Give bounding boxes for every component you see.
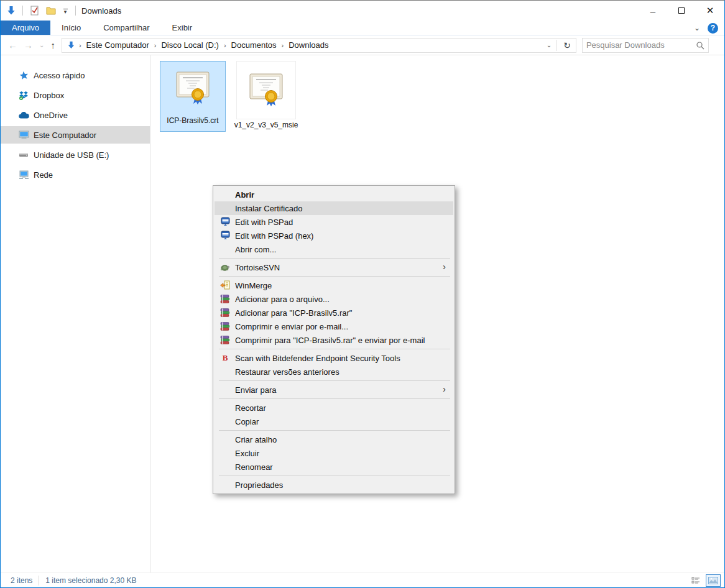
pspad-icon <box>220 217 230 227</box>
breadcrumb-separator-icon: › <box>223 42 228 49</box>
breadcrumb-item[interactable]: Este Computador <box>83 40 153 50</box>
menu-item-winmerge[interactable]: WinMerge <box>215 278 453 292</box>
winmerge-icon <box>220 280 230 290</box>
refresh-icon[interactable]: ↻ <box>560 40 575 50</box>
dropbox-icon <box>17 90 30 100</box>
menu-item-label: Adicionar para o arquivo... <box>235 295 330 304</box>
menu-item-adicionar-para-icp-brasilv5-rar[interactable]: Adicionar para "ICP-Brasilv5.rar" <box>215 306 453 319</box>
maximize-icon <box>678 7 685 14</box>
menu-item-label: Adicionar para "ICP-Brasilv5.rar" <box>235 308 352 318</box>
menu-item-label: Abrir com... <box>235 245 276 254</box>
menu-item-enviar-para[interactable]: Enviar para› <box>215 383 453 397</box>
navigation-pane: Acesso rápidoDropboxOneDriveEste Computa… <box>1 55 150 572</box>
menu-item-label: Renomear <box>235 462 273 472</box>
maximize-button[interactable] <box>667 1 696 21</box>
menu-item-label: Scan with Bitdefender Endpoint Security … <box>235 354 400 363</box>
winrar-icon <box>220 294 230 304</box>
sidebar-item-este-computador[interactable]: Este Computador <box>1 126 150 144</box>
usb-drive-icon <box>17 150 30 160</box>
close-button[interactable]: ✕ <box>696 1 724 21</box>
menu-separator <box>219 349 450 349</box>
menu-item-abrir[interactable]: Abrir <box>215 188 453 201</box>
back-button[interactable]: ← <box>8 40 17 50</box>
sidebar-item-onedrive[interactable]: OneDrive <box>1 106 150 124</box>
recent-locations-dropdown[interactable]: ⌄ <box>39 42 44 48</box>
breadcrumb-item[interactable]: Documentos <box>228 40 280 50</box>
menu-item-criar-atalho[interactable]: Criar atalho <box>215 433 453 446</box>
address-dropdown-icon[interactable]: ⌄ <box>544 42 554 48</box>
sidebar-item-label: OneDrive <box>34 111 68 120</box>
sidebar-item-label: Unidade de USB (E:) <box>34 150 109 160</box>
network-icon <box>17 170 30 180</box>
search-box[interactable] <box>582 38 709 53</box>
sidebar-item-unidade-de-usb-e-[interactable]: Unidade de USB (E:) <box>1 146 150 163</box>
large-icons-view-button[interactable] <box>706 574 721 587</box>
menu-item-copiar[interactable]: Copiar <box>215 415 453 428</box>
sidebar-item-label: Acesso rápido <box>34 71 85 80</box>
customize-toolbar-dropdown[interactable]: ▾ <box>61 9 70 13</box>
menu-separator <box>219 258 450 259</box>
pspad-icon <box>220 231 230 241</box>
new-folder-button[interactable] <box>45 4 57 17</box>
menu-item-label: Enviar para <box>235 385 276 395</box>
menu-separator <box>219 380 450 381</box>
sidebar-item-rede[interactable]: Rede <box>1 166 150 183</box>
properties-button[interactable] <box>29 4 41 17</box>
sidebar-item-dropbox[interactable]: Dropbox <box>1 86 150 104</box>
menu-item-renomear[interactable]: Renomear <box>215 460 453 474</box>
menu-item-edit-with-pspad-hex[interactable]: Edit with PSPad (hex) <box>215 229 453 242</box>
file-item[interactable]: v1_v2_v3_v5_msie <box>233 61 299 132</box>
collapse-ribbon-icon[interactable]: ⌄ <box>694 24 700 32</box>
breadcrumb-item[interactable]: Disco Local (D:) <box>157 40 222 50</box>
address-bar[interactable]: ›Este Computador›Disco Local (D:)›Docume… <box>62 38 576 53</box>
certificate-file-icon <box>160 62 225 115</box>
window-controls: – ✕ <box>639 1 724 21</box>
onedrive-cloud-icon <box>17 110 30 120</box>
sidebar-item-label: Este Computador <box>34 131 96 140</box>
tab-exibir[interactable]: Exibir <box>161 21 204 35</box>
tab-início[interactable]: Início <box>50 21 92 35</box>
breadcrumb-item[interactable]: Downloads <box>285 40 332 50</box>
menu-item-propriedades[interactable]: Propriedades <box>215 478 453 492</box>
winrar-icon <box>220 321 230 331</box>
tab-compartilhar[interactable]: Compartilhar <box>92 21 160 35</box>
tortoisesvn-icon <box>220 262 230 272</box>
items-count: 2 itens <box>11 576 32 585</box>
minimize-button[interactable]: – <box>639 1 667 21</box>
menu-item-label: Propriedades <box>235 480 283 490</box>
menu-item-label: Restaurar versões anteriores <box>235 367 339 377</box>
menu-item-tortoisesvn[interactable]: TortoiseSVN› <box>215 260 453 274</box>
winrar-icon <box>220 308 230 318</box>
menu-item-comprimir-para-icp-brasilv5-rar-e-enviar-por-e-mail[interactable]: Comprimir para "ICP-Brasilv5.rar" e envi… <box>215 333 453 347</box>
search-input[interactable] <box>586 40 696 50</box>
menu-item-recortar[interactable]: Recortar <box>215 401 453 415</box>
menu-item-abrir-com[interactable]: Abrir com... <box>215 242 453 256</box>
help-button[interactable]: ? <box>708 23 718 34</box>
divider <box>556 40 557 51</box>
divider <box>39 576 39 586</box>
tab-arquivo[interactable]: Arquivo <box>1 21 50 35</box>
menu-item-instalar-certificado[interactable]: Instalar Certificado <box>215 201 453 215</box>
menu-item-excluir[interactable]: Excluir <box>215 446 453 460</box>
menu-separator <box>219 398 450 399</box>
menu-item-edit-with-pspad[interactable]: Edit with PSPad <box>215 215 453 229</box>
menu-item-label: Recortar <box>235 403 266 413</box>
up-button[interactable]: ↑ <box>50 40 55 50</box>
menu-item-label: Copiar <box>235 417 259 426</box>
menu-item-label: Instalar Certificado <box>235 204 302 213</box>
menu-item-adicionar-para-o-arquivo[interactable]: Adicionar para o arquivo... <box>215 292 453 306</box>
winrar-icon <box>220 335 230 345</box>
address-folder-icon <box>65 40 78 50</box>
navigation-bar: ← → ⌄ ↑ ›Este Computador›Disco Local (D:… <box>1 35 724 55</box>
sidebar-item-label: Rede <box>34 170 53 180</box>
details-view-button[interactable] <box>688 574 703 587</box>
forward-button[interactable]: → <box>24 40 33 50</box>
menu-item-comprimir-e-enviar-por-e-mail[interactable]: Comprimir e enviar por e-mail... <box>215 319 453 333</box>
menu-item-label: Edit with PSPad <box>235 218 293 227</box>
menu-item-scan-with-bitdefender-endpoint-security-tools[interactable]: BScan with Bitdefender Endpoint Security… <box>215 351 453 365</box>
sidebar-item-acesso-r-pido[interactable]: Acesso rápido <box>1 67 150 84</box>
menu-item-restaurar-vers-es-anteriores[interactable]: Restaurar versões anteriores <box>215 365 453 379</box>
file-item[interactable]: ICP-Brasilv5.crt <box>160 61 226 132</box>
search-icon <box>696 41 704 50</box>
certificate-file-icon <box>236 61 296 119</box>
